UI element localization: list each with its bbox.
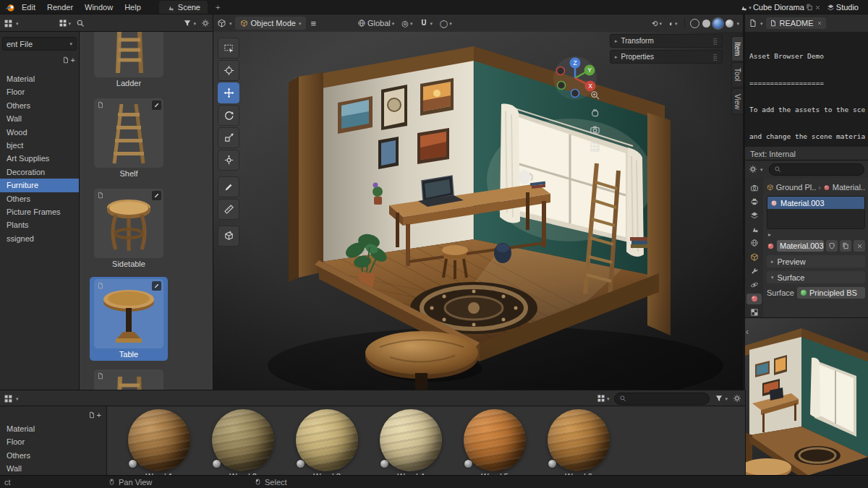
viewport-menus-icon[interactable]: ≡ bbox=[310, 18, 316, 29]
fake-user-button[interactable] bbox=[826, 240, 838, 252]
copy-material-button[interactable] bbox=[840, 240, 851, 252]
camera-icon[interactable] bbox=[590, 124, 600, 135]
catalog-item[interactable]: Others bbox=[0, 449, 107, 462]
tool-annotate[interactable] bbox=[218, 176, 239, 197]
catalog-item[interactable]: Floor bbox=[0, 435, 107, 448]
tab-material-active[interactable] bbox=[746, 294, 762, 304]
catalog-item[interactable]: Wall bbox=[0, 112, 80, 125]
display-mode-button[interactable]: ▾ bbox=[56, 17, 74, 30]
proportional-edit-toggle[interactable]: ◯▾ bbox=[438, 17, 454, 30]
editor-type-icon[interactable] bbox=[4, 394, 13, 403]
tab-physics[interactable] bbox=[746, 279, 762, 290]
editor-type-icon[interactable] bbox=[217, 19, 226, 28]
asset-item-shelf[interactable]: Shelf bbox=[90, 96, 168, 180]
tab-view[interactable]: View bbox=[731, 88, 743, 116]
tool-select-box[interactable] bbox=[218, 38, 239, 59]
asset-item-table-selected[interactable]: Table bbox=[90, 277, 168, 361]
catalog-item[interactable]: Wood bbox=[0, 126, 80, 139]
menu-help[interactable]: Help bbox=[119, 3, 146, 12]
catalog-item[interactable]: Wall bbox=[0, 462, 107, 475]
gizmos-dropdown[interactable]: ⟲▾ bbox=[650, 17, 664, 30]
settings-gear-icon[interactable] bbox=[733, 394, 741, 403]
scene-selector[interactable]: ▾ Cube Diorama bbox=[737, 1, 822, 14]
tool-move-active[interactable] bbox=[218, 82, 239, 103]
mode-dropdown[interactable]: Object Mode ▾ bbox=[235, 17, 307, 30]
editor-type-icon[interactable] bbox=[749, 19, 757, 27]
editor-type-icon[interactable] bbox=[4, 19, 13, 28]
panel-expand-chevron[interactable]: ‹ bbox=[746, 327, 749, 337]
tab-modifiers[interactable] bbox=[746, 265, 762, 276]
menu-edit[interactable]: Edit bbox=[17, 3, 41, 12]
catalog-item-furniture[interactable]: Furniture bbox=[0, 179, 80, 192]
material-name-field[interactable]: Material.003 bbox=[777, 240, 824, 252]
npanel-properties[interactable]: ▸ Properties ⣿ bbox=[610, 50, 723, 64]
tool-cursor[interactable] bbox=[218, 60, 239, 81]
tool-transform[interactable] bbox=[218, 150, 239, 171]
tab-object[interactable] bbox=[746, 252, 762, 262]
asset-item-sidetable[interactable]: Sidetable bbox=[90, 187, 168, 270]
zoom-icon[interactable] bbox=[590, 90, 600, 100]
material-item-wood1[interactable]: Wood 1 bbox=[117, 408, 201, 476]
filter-button[interactable]: ▾ bbox=[712, 393, 730, 405]
workspace-tab-scene[interactable]: Scene bbox=[159, 1, 208, 14]
add-catalog-button[interactable]: + bbox=[62, 56, 75, 64]
copy-icon[interactable] bbox=[806, 4, 813, 11]
asset-item-partial[interactable] bbox=[90, 367, 168, 390]
catalog-item[interactable]: Decoration bbox=[0, 166, 80, 179]
mini-viewport[interactable]: ‹ bbox=[745, 318, 868, 476]
add-catalog-button[interactable]: + bbox=[88, 411, 101, 419]
material-item-wood5[interactable]: Wood 5 bbox=[453, 408, 537, 476]
panel-surface[interactable]: ▾ Surface bbox=[767, 271, 865, 283]
catalog-item[interactable]: bject bbox=[0, 139, 80, 152]
catalog-item[interactable]: Picture Frames bbox=[0, 205, 80, 218]
grid-ortho-icon[interactable] bbox=[590, 142, 600, 153]
panel-preview[interactable]: ▸ Preview bbox=[767, 255, 865, 267]
search-icon[interactable] bbox=[76, 19, 85, 27]
tab-view-layer[interactable] bbox=[746, 210, 762, 221]
material-item-wood6[interactable]: Wood 6 bbox=[537, 408, 621, 476]
catalog-item[interactable]: Others bbox=[0, 192, 80, 205]
catalog-item[interactable]: ssigned bbox=[0, 232, 80, 245]
tool-rotate[interactable] bbox=[218, 105, 239, 126]
tool-scale[interactable] bbox=[218, 127, 239, 148]
shading-rendered-button[interactable] bbox=[726, 20, 733, 27]
tab-output[interactable] bbox=[746, 196, 762, 207]
properties-search-input[interactable] bbox=[769, 163, 864, 176]
slot-specials-icon[interactable]: ▸ bbox=[768, 231, 865, 238]
viewport-scene[interactable] bbox=[213, 32, 743, 390]
text-editor-body[interactable]: Asset Browser Demo ================== To… bbox=[749, 34, 868, 147]
tool-add-cube[interactable] bbox=[218, 226, 239, 247]
settings-gear-icon[interactable] bbox=[201, 19, 210, 27]
transform-orientation-dropdown[interactable]: Global ▾ bbox=[355, 17, 396, 30]
catalog-item[interactable]: Material bbox=[0, 72, 80, 85]
display-mode-button[interactable]: ▾ bbox=[595, 393, 612, 405]
material-slot-list[interactable]: Material.003 bbox=[767, 196, 865, 229]
filter-button[interactable]: ▾ bbox=[181, 17, 198, 30]
material-item-wood4[interactable]: Wood 4 bbox=[369, 408, 453, 476]
view-layer-selector[interactable]: Studio bbox=[825, 1, 861, 14]
unlink-material-button[interactable] bbox=[854, 240, 865, 252]
material-item-wood3[interactable]: Wood 3 bbox=[285, 408, 369, 476]
pivot-point-dropdown[interactable]: ◎▾ bbox=[399, 17, 414, 30]
npanel-transform[interactable]: ▸ Transform ⣿ bbox=[610, 34, 723, 48]
editor-type-icon[interactable] bbox=[749, 165, 757, 174]
viewport-3d[interactable]: ▾ Object Mode ▾ ≡ Global ▾ ◎▾ ▾ ◯▾ ⟲▾ ◐▾ bbox=[213, 14, 743, 390]
material-slot-row-selected[interactable]: Material.003 bbox=[767, 197, 864, 209]
material-item-wood2[interactable]: Wood 2 bbox=[201, 408, 285, 476]
catalog-item[interactable]: Plants bbox=[0, 218, 80, 231]
catalog-item[interactable]: Floor bbox=[0, 85, 80, 98]
overlays-dropdown[interactable]: ◐▾ bbox=[667, 17, 680, 30]
tab-scene[interactable] bbox=[746, 224, 762, 235]
tab-tool[interactable]: Tool bbox=[731, 62, 743, 87]
close-icon[interactable] bbox=[817, 20, 822, 26]
asset-item-ladder[interactable]: Ladder bbox=[90, 32, 168, 90]
menu-window[interactable]: Window bbox=[80, 3, 118, 12]
tab-world[interactable] bbox=[746, 238, 762, 249]
shading-wireframe-button[interactable] bbox=[690, 19, 699, 28]
surface-shader-dropdown[interactable]: Principled BS bbox=[797, 287, 865, 299]
shading-material-button-active[interactable] bbox=[713, 19, 723, 28]
material-search-input[interactable] bbox=[614, 393, 710, 405]
snap-toggle[interactable]: ▾ bbox=[417, 17, 435, 30]
catalog-item[interactable]: Others bbox=[0, 99, 80, 112]
tab-render[interactable] bbox=[746, 182, 762, 193]
